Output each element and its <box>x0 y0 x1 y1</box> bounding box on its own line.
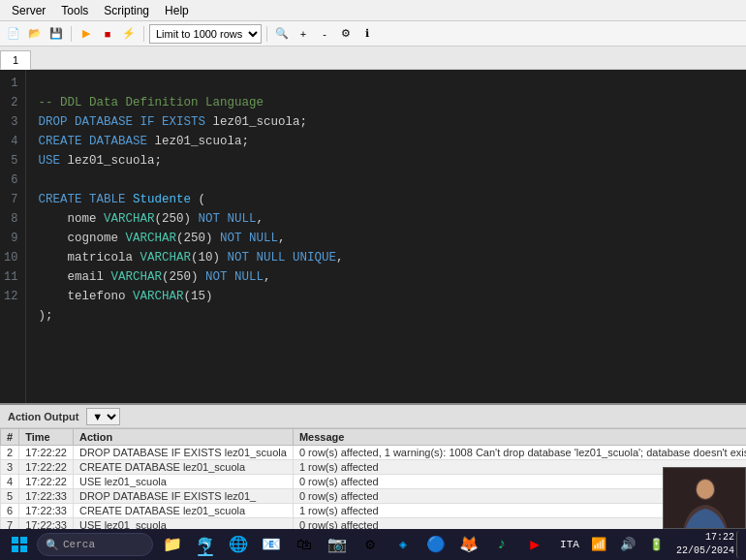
find-btn[interactable]: 🔍 <box>272 24 292 44</box>
taskbar-photos[interactable]: 📷 <box>322 531 353 558</box>
taskbar-vscode[interactable]: ◈ <box>388 531 419 558</box>
output-row: 5 17:22:33 DROP DATABASE IF EXISTS lez01… <box>1 489 747 504</box>
execute-btn[interactable]: ▶ <box>77 24 96 44</box>
cell-time: 17:22:22 <box>19 475 74 489</box>
editor-main: 1 2 3 4 5 6 7 8 9 10 11 12 -- DDL Data D… <box>0 70 746 448</box>
col-num: # <box>1 429 19 446</box>
menu-tools[interactable]: Tools <box>53 2 96 19</box>
webcam-feed <box>664 468 745 528</box>
cell-time: 17:22:33 <box>19 518 74 530</box>
svg-rect-4 <box>20 537 27 544</box>
code-line-1: -- DDL Data Definition Language <box>38 96 264 109</box>
cell-time: 17:22:22 <box>19 460 74 475</box>
tray-keyboard[interactable]: ITA <box>556 531 583 558</box>
svg-rect-5 <box>12 545 18 552</box>
output-header: Action Output ▼ <box>0 405 746 428</box>
tabbar: 1 <box>0 47 746 70</box>
info-btn[interactable]: ℹ <box>357 24 377 44</box>
menu-server[interactable]: Server <box>4 2 53 19</box>
taskbar-browser[interactable]: 🌐 <box>223 531 254 558</box>
output-row: 7 17:22:33 USE lez01_scuola 0 row(s) aff… <box>1 518 747 530</box>
cell-time: 17:22:33 <box>19 489 74 504</box>
output-table: # Time Action Message 2 17:22:22 DROP DA… <box>0 428 746 529</box>
cell-num: 6 <box>1 504 19 518</box>
taskbar-firefox[interactable]: 🦊 <box>453 531 484 558</box>
webcam-overlay <box>663 467 746 529</box>
cell-num: 5 <box>1 489 19 504</box>
menu-scripting[interactable]: Scripting <box>96 2 157 19</box>
limit-select[interactable]: Limit to 1000 rows Don't limit <box>149 24 262 44</box>
output-table-header: # Time Action Message <box>1 429 747 446</box>
tray-network[interactable]: 📶 <box>585 531 612 558</box>
cell-num: 4 <box>1 475 19 489</box>
cell-time: 17:22:22 <box>19 446 74 460</box>
cell-action: USE lez01_scuola <box>73 475 293 489</box>
code-line-12: ); <box>38 309 52 323</box>
taskbar-settings[interactable]: ⚙ <box>355 531 386 558</box>
zoom-in-btn[interactable]: + <box>294 24 313 44</box>
menubar: Server Tools Scripting Help <box>0 0 746 21</box>
cell-action: CREATE DATABASE lez01_scuola <box>73 504 293 518</box>
system-tray: ITA 📶 🔊 🔋 17:22 22/05/2024 <box>556 531 742 558</box>
output-scroll[interactable]: # Time Action Message 2 17:22:22 DROP DA… <box>0 428 746 529</box>
tab-1-label: 1 <box>13 54 18 66</box>
output-dropdown[interactable]: ▼ <box>86 408 120 425</box>
system-clock[interactable]: 17:22 22/05/2024 <box>676 531 734 558</box>
clock-date: 22/05/2024 <box>676 544 734 558</box>
code-editor[interactable]: -- DDL Data Definition Language DROP DAT… <box>26 70 746 448</box>
svg-rect-3 <box>12 537 18 544</box>
tray-volume[interactable]: 🔊 <box>614 531 641 558</box>
taskbar-store[interactable]: 🛍 <box>289 531 320 558</box>
col-action: Action <box>73 429 293 446</box>
zoom-out-btn[interactable]: - <box>315 24 334 44</box>
new-query-btn[interactable]: 📄 <box>4 24 23 44</box>
sep1 <box>71 26 72 42</box>
windows-icon <box>12 537 27 552</box>
output-row: 6 17:22:33 CREATE DATABASE lez01_scuola … <box>1 504 747 518</box>
code-line-6: CREATE TABLE Studente ( <box>38 193 205 206</box>
output-area: Action Output ▼ # Time Action Message 2 … <box>0 403 746 529</box>
cell-time: 17:22:33 <box>19 504 74 518</box>
output-row: 4 17:22:22 USE lez01_scuola 0 row(s) aff… <box>1 475 747 489</box>
tray-battery[interactable]: 🔋 <box>643 531 670 558</box>
code-line-8: cognome VARCHAR(250) NOT NULL, <box>38 232 285 245</box>
open-btn[interactable]: 📂 <box>25 24 45 44</box>
output-row: 3 17:22:22 CREATE DATABASE lez01_scuola … <box>1 460 747 475</box>
cell-action: CREATE DATABASE lez01_scuola <box>73 460 293 475</box>
sep2 <box>143 26 144 42</box>
taskbar-file-explorer[interactable]: 📁 <box>157 531 188 558</box>
taskbar-search[interactable]: 🔍 Cerca <box>37 533 153 556</box>
taskbar-mysql-workbench[interactable]: 🐬 <box>190 531 221 558</box>
taskbar: 🔍 Cerca 📁 🐬 🌐 📧 🛍 📷 ⚙ ◈ 🔵 🦊 ♪ ▶ ITA 📶 <box>0 529 746 560</box>
search-placeholder: Cerca <box>63 539 95 550</box>
taskbar-spotify[interactable]: ♪ <box>486 531 517 558</box>
stop-btn[interactable]: ■ <box>98 24 117 44</box>
clock-time: 17:22 <box>676 531 734 544</box>
toolbar: 📄 📂 💾 ▶ ■ ⚡ Limit to 1000 rows Don't lim… <box>0 21 746 47</box>
tab-1[interactable]: 1 <box>0 50 31 70</box>
cell-action: DROP DATABASE IF EXISTS lez01_ <box>73 489 293 504</box>
taskbar-mail[interactable]: 📧 <box>256 531 287 558</box>
cell-message: 0 row(s) affected, 1 warning(s): 1008 Ca… <box>293 446 746 460</box>
taskbar-center-icons: 📁 🐬 🌐 📧 🛍 📷 ⚙ ◈ 🔵 🦊 ♪ ▶ <box>157 531 550 558</box>
show-desktop[interactable] <box>736 531 742 558</box>
output-row: 2 17:22:22 DROP DATABASE IF EXISTS lez01… <box>1 446 747 460</box>
options-btn[interactable]: ⚙ <box>336 24 356 44</box>
menu-help[interactable]: Help <box>157 2 197 19</box>
start-button[interactable] <box>4 531 35 558</box>
cell-action: USE lez01_scuola <box>73 518 293 530</box>
taskbar-chrome[interactable]: 🔵 <box>420 531 451 558</box>
col-time: Time <box>19 429 74 446</box>
col-message: Message <box>293 429 746 446</box>
code-line-4: USE lez01_scuola; <box>38 154 162 168</box>
line-numbers: 1 2 3 4 5 6 7 8 9 10 11 12 <box>0 70 26 448</box>
code-line-10: email VARCHAR(250) NOT NULL, <box>38 270 270 284</box>
code-line-2: DROP DATABASE IF EXISTS lez01_scuola; <box>38 115 307 129</box>
save-btn[interactable]: 💾 <box>47 24 66 44</box>
cell-action: DROP DATABASE IF EXISTS lez01_scuola <box>73 446 293 460</box>
code-line-7: nome VARCHAR(250) NOT NULL, <box>38 212 264 226</box>
svg-point-2 <box>697 480 714 499</box>
explain-btn[interactable]: ⚡ <box>119 24 139 44</box>
taskbar-youtube[interactable]: ▶ <box>519 531 550 558</box>
cell-num: 7 <box>1 518 19 530</box>
